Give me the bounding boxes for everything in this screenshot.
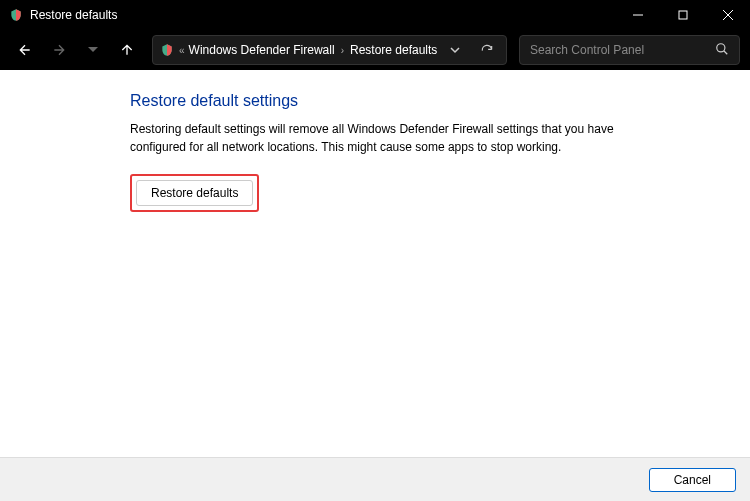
search-input[interactable] [530, 43, 709, 57]
page-title: Restore default settings [130, 92, 750, 110]
cancel-button[interactable]: Cancel [649, 468, 736, 492]
back-button[interactable] [10, 35, 40, 65]
up-button[interactable] [112, 35, 142, 65]
svg-point-4 [717, 43, 725, 51]
breadcrumb-item-restore[interactable]: Restore defaults [350, 43, 437, 57]
address-bar[interactable]: « Windows Defender Firewall › Restore de… [152, 35, 507, 65]
chevron-right-icon: « [179, 45, 185, 56]
svg-rect-1 [679, 11, 687, 19]
footer: Cancel [0, 457, 750, 501]
titlebar: Restore defaults [0, 0, 750, 30]
restore-button-highlight: Restore defaults [130, 174, 259, 212]
page-description: Restoring default settings will remove a… [130, 120, 620, 156]
refresh-button[interactable] [474, 37, 500, 63]
recent-button[interactable] [78, 35, 108, 65]
window-title: Restore defaults [30, 8, 615, 22]
window-controls [615, 0, 750, 30]
svg-line-5 [724, 50, 728, 54]
toolbar: « Windows Defender Firewall › Restore de… [0, 30, 750, 70]
minimize-button[interactable] [615, 0, 660, 30]
forward-button[interactable] [44, 35, 74, 65]
maximize-button[interactable] [660, 0, 705, 30]
content-area: Restore default settings Restoring defau… [0, 70, 750, 457]
shield-icon [159, 42, 175, 58]
close-button[interactable] [705, 0, 750, 30]
address-dropdown-button[interactable] [442, 37, 468, 63]
shield-icon [8, 7, 24, 23]
search-bar[interactable] [519, 35, 740, 65]
search-icon [715, 42, 729, 59]
breadcrumb-item-firewall[interactable]: Windows Defender Firewall [189, 43, 335, 57]
breadcrumb: Windows Defender Firewall › Restore defa… [189, 43, 438, 57]
restore-defaults-button[interactable]: Restore defaults [136, 180, 253, 206]
chevron-right-icon: › [341, 45, 344, 56]
